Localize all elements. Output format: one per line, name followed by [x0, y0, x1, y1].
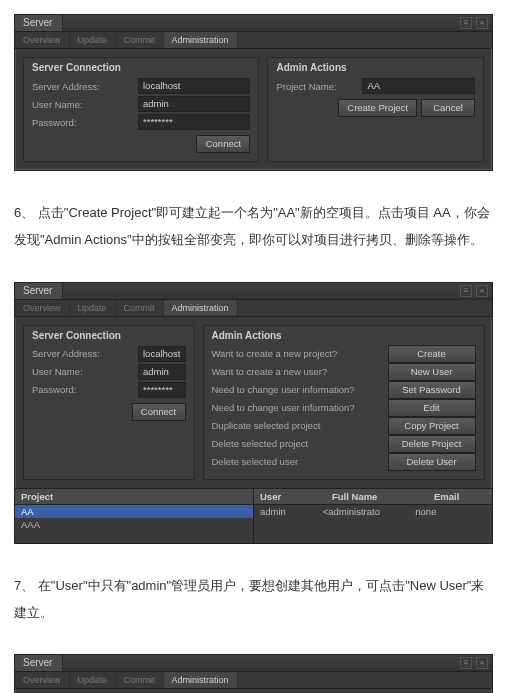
window-close-icon[interactable]: × — [476, 285, 488, 297]
user-list-header-email: Email — [428, 489, 465, 504]
project-item[interactable]: AAA — [15, 518, 253, 531]
user-name-label: User Name: — [32, 366, 132, 377]
delete-user-button[interactable]: Delete User — [388, 453, 476, 471]
server-panel-1: Server ≡ × Overview Update Commit Admini… — [14, 14, 493, 171]
project-list: Project AA AAA — [15, 489, 254, 543]
tab-commit[interactable]: Commit — [116, 32, 164, 48]
password-input[interactable]: ******** — [138, 382, 186, 398]
create-button[interactable]: Create — [388, 345, 476, 363]
tab-update[interactable]: Update — [70, 672, 116, 688]
tab-administration[interactable]: Administration — [164, 672, 238, 688]
user-name-input[interactable]: admin — [138, 96, 250, 112]
lists-area: Project AA AAA User Full Name Email admi… — [15, 488, 492, 543]
aa-q: Need to change user information? — [212, 384, 382, 395]
server-panel-2: Server ≡ × Overview Update Commit Admini… — [14, 282, 493, 544]
tab-commit[interactable]: Commit — [116, 672, 164, 688]
admin-actions-group: Admin Actions Want to create a new proje… — [203, 325, 485, 480]
server-address-label: Server Address: — [32, 81, 132, 92]
tab-overview[interactable]: Overview — [15, 32, 70, 48]
title-bar: Server ≡ × — [15, 15, 492, 32]
user-item-fullname: <administrato — [323, 506, 413, 517]
server-connection-group: Server Connection Server Address: localh… — [23, 325, 195, 480]
project-list-header: Project — [15, 489, 59, 504]
tab-commit[interactable]: Commit — [116, 300, 164, 316]
user-item-user: admin — [260, 506, 320, 517]
title-bar: Server ≡ × — [15, 283, 492, 300]
tab-update[interactable]: Update — [70, 32, 116, 48]
server-connection-legend: Server Connection — [32, 328, 186, 345]
edit-button[interactable]: Edit — [388, 399, 476, 417]
aa-q: Duplicate selected project — [212, 420, 382, 431]
server-panel-3: Server ≡ × Overview Update Commit Admini… — [14, 654, 493, 693]
tab-overview[interactable]: Overview — [15, 672, 70, 688]
panel-title: Server — [15, 283, 63, 299]
delete-project-button[interactable]: Delete Project — [388, 435, 476, 453]
create-project-button[interactable]: Create Project — [338, 99, 417, 117]
cancel-button[interactable]: Cancel — [421, 99, 475, 117]
set-password-button[interactable]: Set Password — [388, 381, 476, 399]
tab-overview[interactable]: Overview — [15, 300, 70, 316]
copy-project-button[interactable]: Copy Project — [388, 417, 476, 435]
step-7-text: 7、 在"User"中只有"admin"管理员用户，要想创建其他用户，可点击"N… — [14, 572, 493, 627]
server-address-input[interactable]: localhost — [138, 78, 250, 94]
user-name-input[interactable]: admin — [138, 364, 186, 380]
project-name-label: Project Name: — [276, 81, 356, 92]
aa-q: Delete selected user — [212, 456, 382, 467]
user-list-header-user: User — [254, 489, 326, 504]
project-name-input[interactable]: AA — [362, 78, 475, 94]
aa-q: Want to create a new user? — [212, 366, 382, 377]
panel-tabs: Overview Update Commit Administration — [15, 300, 492, 317]
password-label: Password: — [32, 117, 132, 128]
server-address-input[interactable]: localhost — [138, 346, 186, 362]
password-label: Password: — [32, 384, 132, 395]
password-input[interactable]: ******** — [138, 114, 250, 130]
user-item-email: none — [415, 506, 436, 517]
server-address-label: Server Address: — [32, 348, 132, 359]
tab-administration[interactable]: Administration — [164, 32, 238, 48]
connect-button[interactable]: Connect — [196, 135, 250, 153]
panel-title: Server — [15, 655, 63, 671]
panel-tabs: Overview Update Commit Administration — [15, 672, 492, 689]
window-close-icon[interactable]: × — [476, 657, 488, 669]
window-menu-icon[interactable]: ≡ — [460, 285, 472, 297]
server-connection-group: Server Connection Server Address: localh… — [23, 57, 259, 162]
aa-q: Need to change user information? — [212, 402, 382, 413]
project-item[interactable]: AA — [15, 505, 253, 518]
tab-administration[interactable]: Administration — [164, 300, 238, 316]
step-6-text: 6、 点击"Create Project"即可建立起一个名为"AA"新的空项目。… — [14, 199, 493, 254]
user-name-label: User Name: — [32, 99, 132, 110]
title-bar: Server ≡ × — [15, 655, 492, 672]
aa-q: Delete selected project — [212, 438, 382, 449]
panel-tabs: Overview Update Commit Administration — [15, 32, 492, 49]
window-menu-icon[interactable]: ≡ — [460, 17, 472, 29]
admin-actions-legend: Admin Actions — [212, 328, 476, 345]
window-menu-icon[interactable]: ≡ — [460, 657, 472, 669]
user-item[interactable]: admin <administrato none — [254, 505, 492, 518]
server-connection-legend: Server Connection — [32, 60, 250, 77]
user-list-header-fullname: Full Name — [326, 489, 428, 504]
panel-title: Server — [15, 15, 63, 31]
admin-actions-legend: Admin Actions — [276, 60, 475, 77]
aa-q: Want to create a new project? — [212, 348, 382, 359]
user-list: User Full Name Email admin <administrato… — [254, 489, 492, 543]
admin-actions-group: Admin Actions Project Name: AA Create Pr… — [267, 57, 484, 162]
window-close-icon[interactable]: × — [476, 17, 488, 29]
connect-button[interactable]: Connect — [132, 403, 186, 421]
new-user-button[interactable]: New User — [388, 363, 476, 381]
tab-update[interactable]: Update — [70, 300, 116, 316]
